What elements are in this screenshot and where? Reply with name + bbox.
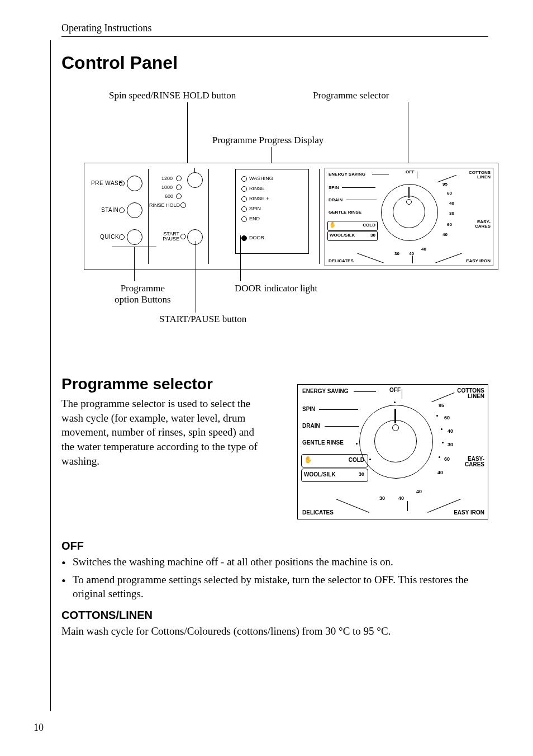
programme-selector-section: Programme selector The programme selecto… [61, 375, 488, 515]
cold-box: ✋ COLD [301, 454, 368, 467]
led-icon [241, 206, 247, 212]
dial-temp-60: 60 [447, 222, 452, 227]
section-intro: The programme selector is used to select… [61, 396, 268, 468]
woolsilk-box: WOOL/SILK 30 [327, 231, 378, 241]
pre-wash-button[interactable] [127, 176, 142, 191]
dial-label-cottons: COTTONS LINEN [469, 171, 491, 179]
hand-wash-icon: ✋ [304, 456, 312, 464]
connector [435, 253, 461, 263]
dial-label-off: OFF [389, 387, 401, 393]
callout-progress-display: Programme Progress Display [212, 135, 323, 146]
connector [325, 426, 359, 427]
cottons-text: Main wash cycle for Cottons/Coloureds (c… [61, 624, 488, 639]
door-led-icon [241, 235, 247, 241]
label-rinse-hold: RINSE HOLD [149, 202, 180, 208]
connector [407, 501, 408, 511]
led-icon [180, 202, 186, 208]
selector-dial[interactable] [381, 184, 438, 241]
dial-temp-40: 40 [442, 232, 448, 237]
dial-temp-60: 60 [444, 415, 450, 420]
callout-spin-button: Spin speed/RINSE HOLD button [109, 90, 236, 101]
led-icon [241, 186, 247, 192]
dial-indicator-icon [392, 424, 399, 431]
connector [354, 391, 376, 392]
programme-selector-large: ENERGY SAVING OFF COTTONS LINEN SPIN DRA… [297, 384, 488, 519]
page-number: 10 [34, 722, 44, 734]
label-end: END [249, 216, 260, 221]
led-icon [241, 176, 247, 182]
dial-temp-30: 30 [394, 251, 399, 256]
connector [372, 174, 389, 174]
dial-temp-95: 95 [439, 403, 444, 408]
label-door: DOOR [249, 235, 264, 240]
dial-temp-40: 40 [409, 251, 414, 256]
dial-label-cold: COLD [349, 457, 364, 463]
dial-label-easy-iron: EASY IRON [466, 258, 491, 263]
led-icon [176, 193, 182, 199]
dial-temp-30: 30 [379, 495, 385, 501]
dial-temp-40: 40 [448, 428, 453, 434]
control-panel-outline: PRE WASH STAIN QUICK 1200 1000 600 RINSE… [84, 163, 498, 270]
label-start-pause: START PAUSE [159, 231, 179, 242]
start-pause-button[interactable] [187, 229, 203, 245]
label-1000: 1000 [161, 185, 173, 190]
led-icon [119, 234, 125, 240]
selector-dial[interactable] [359, 405, 433, 479]
connector [336, 499, 369, 513]
list-item: To amend programme settings selected by … [61, 573, 488, 601]
hand-wash-icon: ✋ [329, 221, 336, 228]
subsection-off-title: OFF [61, 540, 488, 552]
cold-box: ✋ COLD [327, 221, 378, 231]
stain-button[interactable] [127, 202, 142, 218]
dial-temp-30: 30 [359, 471, 364, 477]
led-icon [176, 185, 182, 190]
callout-line [112, 247, 156, 247]
connector [319, 409, 358, 410]
dial-label-spin: SPIN [302, 406, 315, 412]
callout-line [134, 247, 135, 281]
connector [342, 187, 375, 188]
dial-label-energy-saving: ENERGY SAVING [302, 388, 348, 394]
dial-temp-30: 30 [449, 211, 454, 216]
dial-label-woolsilk: WOOL/SILK [304, 471, 336, 478]
led-icon [119, 207, 125, 213]
led-icon [119, 181, 125, 186]
divider-line [148, 169, 149, 264]
dial-temp-30: 30 [448, 442, 453, 447]
header-rule [61, 36, 488, 37]
dial-temp-60: 60 [444, 456, 450, 462]
off-bullets: Switches the washing machine off - at al… [61, 555, 488, 601]
dial-label-cottons: COTTONS LINEN [457, 388, 484, 399]
dial-mark [441, 428, 442, 430]
spin-speed-button[interactable] [187, 172, 203, 188]
dial-temp-95: 95 [442, 182, 448, 187]
led-icon [180, 234, 186, 239]
dial-temp-40: 40 [437, 470, 443, 475]
control-panel-diagram: Spin speed/RINSE HOLD button Programme s… [61, 90, 488, 347]
callout-prog-selector: Programme selector [313, 90, 389, 101]
dial-pointer [394, 409, 396, 423]
page-title: Control Panel [61, 53, 488, 73]
programme-selector-small: ENERGY SAVING OFF COTTONS LINEN EASY- CA… [325, 168, 493, 266]
dial-label-cold: COLD [363, 223, 375, 228]
label-washing: WASHING [249, 176, 273, 181]
callout-door-light: DOOR indicator light [235, 283, 317, 294]
callout-start-pause: START/PAUSE button [159, 314, 246, 325]
section-title: Programme selector [61, 375, 268, 393]
label-rinse: RINSE [249, 186, 265, 191]
connector [431, 393, 454, 402]
dial-label-gentle-rinse: GENTLE RINSE [302, 440, 344, 446]
led-icon [176, 176, 182, 181]
divider-line [319, 169, 320, 264]
callout-line [240, 235, 241, 281]
callout-line [187, 102, 188, 163]
page-vertical-rule [50, 40, 51, 711]
dial-temp-40: 40 [449, 201, 454, 206]
connector [357, 253, 383, 263]
quick-button[interactable] [127, 229, 142, 245]
connector [412, 256, 413, 263]
dial-temp-40: 40 [421, 247, 426, 252]
subsection-cottons-title: COTTONS/LINEN [61, 609, 488, 622]
dial-mark [436, 415, 438, 417]
dial-mark [369, 459, 371, 460]
